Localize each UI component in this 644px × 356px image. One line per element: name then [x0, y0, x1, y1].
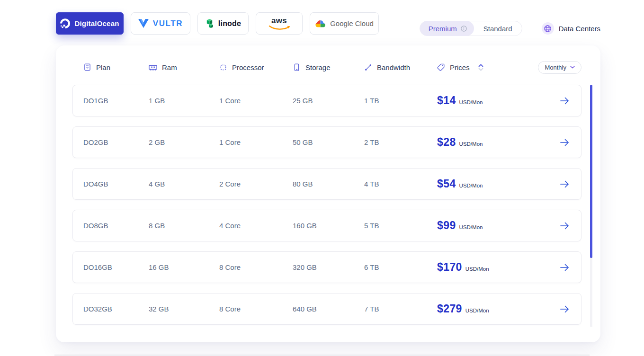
cpu-icon: [219, 63, 228, 72]
toggle-standard[interactable]: Standard: [474, 25, 522, 33]
tab-aws[interactable]: aws: [256, 12, 303, 35]
arrow-right-icon[interactable]: [559, 304, 570, 314]
price: $54 USD/Mon: [437, 178, 559, 190]
price-unit: USD/Mon: [465, 266, 489, 272]
tab-google-cloud[interactable]: Google Cloud: [310, 12, 379, 35]
tab-label: Google Cloud: [330, 19, 374, 27]
column-header-bandwidth: Bandwidth: [364, 63, 437, 72]
vultr-logo-icon: [138, 19, 149, 28]
ram-value: 1 GB: [149, 97, 219, 105]
storage-value: 80 GB: [293, 180, 364, 188]
tab-label: VULTR: [153, 19, 183, 28]
table-header-row: Plan Ram Processor Storage: [72, 57, 581, 78]
column-header-processor: Processor: [219, 63, 292, 72]
processor-value: 2 Core: [219, 180, 293, 188]
tab-linode[interactable]: linode: [197, 12, 249, 35]
price: $170 USD/Mon: [437, 261, 559, 274]
arrow-right-icon[interactable]: [559, 221, 570, 231]
plan-row-do8gb[interactable]: DO8GB 8 GB 4 Core 160 GB 5 TB $99 USD/Mo…: [72, 210, 581, 241]
plan-name: DO8GB: [83, 222, 149, 230]
data-centers-button[interactable]: Data Centers: [542, 22, 600, 35]
sort-down-icon: [478, 68, 484, 71]
chevron-down-icon: [570, 66, 575, 69]
plan-row-do32gb[interactable]: DO32GB 32 GB 8 Core 640 GB 7 TB $279 USD…: [72, 293, 581, 325]
processor-value: 1 Core: [219, 97, 293, 105]
bandwidth-icon: [364, 63, 373, 72]
storage-value: 25 GB: [293, 97, 364, 105]
bandwidth-value: 6 TB: [364, 263, 437, 271]
plan-name: DO16GB: [83, 263, 149, 271]
price-unit: USD/Mon: [459, 99, 483, 105]
price: $99 USD/Mon: [437, 219, 559, 232]
plan-name: DO1GB: [83, 97, 149, 105]
price: $28 USD/Mon: [437, 136, 559, 149]
plan-row-do16gb[interactable]: DO16GB 16 GB 8 Core 320 GB 6 TB $170 USD…: [72, 251, 581, 283]
plan-name: DO2GB: [83, 138, 149, 146]
column-header-ram: Ram: [148, 63, 219, 72]
provider-tabs: DigitalOcean VULTR linode aws: [56, 12, 379, 35]
price-value: $279: [437, 303, 462, 315]
price-value: $170: [437, 261, 462, 274]
price-unit: USD/Mon: [459, 141, 483, 147]
info-icon[interactable]: [460, 25, 467, 32]
price-unit: USD/Mon: [459, 224, 483, 230]
sort-up-icon: [478, 63, 484, 67]
processor-value: 8 Core: [219, 263, 293, 271]
arrow-right-icon[interactable]: [559, 138, 570, 147]
plan-row-do2gb[interactable]: DO2GB 2 GB 1 Core 50 GB 2 TB $28 USD/Mon: [72, 126, 581, 158]
price: $14 USD/Mon: [437, 94, 559, 107]
vertical-divider: [532, 20, 532, 36]
ram-value: 16 GB: [149, 263, 219, 271]
price-value: $28: [437, 136, 456, 149]
price-sort-control[interactable]: [478, 63, 484, 71]
storage-value: 320 GB: [293, 263, 364, 271]
ram-value: 2 GB: [149, 138, 219, 146]
processor-value: 1 Core: [219, 138, 293, 146]
ram-icon: [148, 63, 158, 72]
tab-label: DigitalOcean: [74, 19, 119, 27]
arrow-right-icon[interactable]: [559, 263, 570, 272]
arrow-right-icon[interactable]: [559, 96, 570, 106]
storage-value: 640 GB: [293, 305, 364, 313]
storage-value: 50 GB: [293, 138, 364, 146]
processor-value: 4 Core: [219, 222, 293, 230]
tab-vultr[interactable]: VULTR: [131, 12, 190, 35]
tab-label: linode: [218, 19, 241, 28]
price-unit: USD/Mon: [459, 183, 483, 188]
aws-logo-icon: aws: [268, 17, 290, 30]
linode-logo-icon: [205, 18, 214, 28]
column-header-plan: Plan: [83, 63, 148, 72]
plan-name: DO32GB: [83, 305, 149, 313]
processor-value: 8 Core: [219, 305, 293, 313]
billing-period-value: Monthly: [545, 64, 566, 71]
arrow-right-icon[interactable]: [559, 179, 570, 189]
bandwidth-value: 7 TB: [364, 305, 437, 313]
bandwidth-value: 1 TB: [364, 97, 437, 105]
price-value: $14: [437, 94, 456, 107]
scrollbar-thumb[interactable]: [590, 85, 592, 258]
billing-period-dropdown[interactable]: Monthly: [538, 61, 581, 74]
plan-row-do4gb[interactable]: DO4GB 4 GB 2 Core 80 GB 4 TB $54 USD/Mon: [72, 168, 581, 200]
storage-icon: [292, 63, 301, 72]
header-right-cluster: Premium Standard Data Centers: [420, 20, 600, 36]
tab-label: aws: [271, 17, 287, 25]
tab-digitalocean[interactable]: DigitalOcean: [56, 12, 124, 35]
plan-name: DO4GB: [83, 180, 149, 188]
column-header-storage: Storage: [292, 63, 364, 72]
toggle-premium[interactable]: Premium: [420, 21, 474, 36]
premium-label: Premium: [429, 25, 457, 33]
digitalocean-logo-icon: [60, 18, 70, 28]
plan-type-toggle: Premium Standard: [420, 21, 522, 36]
section-divider: [54, 355, 590, 356]
server-icon: [83, 63, 92, 72]
plan-row-do1gb[interactable]: DO1GB 1 GB 1 Core 25 GB 1 TB $14 USD/Mon: [72, 85, 581, 116]
price: $279 USD/Mon: [437, 303, 559, 315]
google-cloud-logo-icon: [315, 19, 326, 28]
price-value: $54: [437, 178, 456, 190]
ram-value: 8 GB: [149, 222, 219, 230]
ram-value: 4 GB: [149, 180, 219, 188]
price-unit: USD/Mon: [465, 308, 489, 313]
bandwidth-value: 5 TB: [364, 222, 437, 230]
data-centers-label: Data Centers: [559, 25, 600, 33]
globe-icon: [542, 22, 554, 35]
